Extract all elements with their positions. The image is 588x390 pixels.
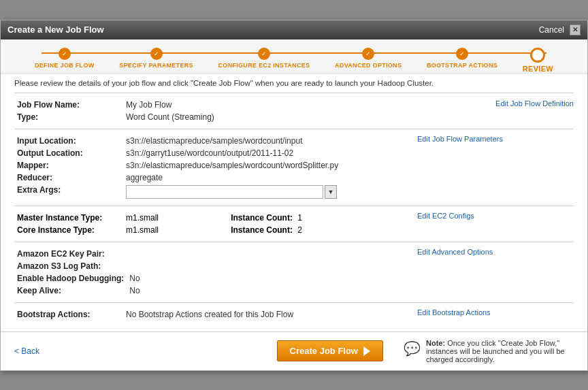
step4-icon: ✓ — [362, 48, 374, 60]
title-bar: Create a New Job Flow Cancel ✕ — [1, 20, 587, 39]
create-job-flow-dialog: Create a New Job Flow Cancel ✕ ✓ Define … — [0, 20, 588, 371]
bootstrap-actions-row: Bootstrap Actions: No Bootstrap Actions … — [14, 308, 417, 321]
step6-icon — [530, 48, 545, 63]
step1-label: Define Job Flow — [35, 62, 95, 69]
note-bold: Note: — [426, 339, 445, 347]
ec2-row: Master Instance Type: m1.small Instance … — [14, 212, 574, 236]
core-count-value: 2 — [297, 225, 302, 235]
step6-label: Review — [523, 65, 553, 73]
extra-args-label: Extra Args: — [14, 184, 123, 200]
edit-advanced-options-link[interactable]: Edit Advanced Options — [417, 248, 493, 256]
extra-args-row: Extra Args: ▼ — [14, 184, 417, 200]
master-type-value: m1.small — [123, 212, 203, 224]
output-location-label: Output Location: — [14, 147, 123, 159]
edit-job-flow-definition-link[interactable]: Edit Job Flow Definition — [495, 99, 574, 108]
debugging-label: Enable Hadoop Debugging: — [14, 272, 127, 285]
edit-bootstrap-actions-link[interactable]: Edit Bootstrap Actions — [417, 308, 491, 316]
step-specify-parameters[interactable]: ✓ Specify Parameters — [119, 48, 193, 69]
step3-icon: ✓ — [258, 48, 270, 60]
step-review[interactable]: Review — [523, 48, 553, 73]
extra-args-input-wrapper: ▼ — [126, 185, 414, 199]
content-area: Please review the details of your job fl… — [1, 74, 587, 331]
step-advanced-options[interactable]: ✓ Advanced Options — [335, 48, 402, 69]
step-configure-ec2[interactable]: ✓ Configure EC2 Instances — [218, 48, 310, 69]
job-flow-table: Job Flow Name: My Job Flow Type: Word Co… — [14, 99, 417, 123]
parameters-section: Input Location: s3n://elasticmapreduce/s… — [14, 129, 574, 206]
extra-args-input[interactable] — [126, 185, 323, 199]
reducer-label: Reducer: — [14, 172, 123, 184]
job-flow-name-row: Job Flow Name: My Job Flow — [14, 99, 417, 111]
footer: < Back Create Job Flow 💬 Note: Once you … — [1, 331, 587, 370]
master-type-label: Master Instance Type: — [14, 212, 123, 224]
create-btn-arrow-icon — [363, 346, 370, 356]
core-type-value: m1.small — [123, 224, 203, 236]
create-job-flow-label: Create Job Flow — [290, 346, 358, 356]
advanced-edit: Edit Advanced Options — [417, 248, 574, 256]
keepalive-value: No — [127, 285, 417, 297]
step-bootstrap-actions[interactable]: ✓ Bootstrap Actions — [427, 48, 497, 69]
mapper-label: Mapper: — [14, 159, 123, 172]
parameters-edit: Edit Job Flow Parameters — [417, 135, 574, 143]
job-flow-section: Job Flow Name: My Job Flow Type: Word Co… — [14, 93, 574, 129]
step5-icon: ✓ — [456, 48, 468, 60]
footer-right: Create Job Flow 💬 Note: Once you click "… — [277, 339, 574, 363]
step4-label: Advanced Options — [335, 62, 402, 69]
step2-label: Specify Parameters — [119, 62, 193, 69]
note-box: 💬 Note: Once you click "Create Job Flow,… — [404, 339, 574, 363]
input-location-row: Input Location: s3n://elasticmapreduce/s… — [14, 135, 417, 147]
s3log-row: Amazon S3 Log Path: — [14, 260, 417, 272]
input-location-label: Input Location: — [14, 135, 123, 147]
edit-job-flow-parameters-link[interactable]: Edit Job Flow Parameters — [417, 135, 503, 143]
cancel-text[interactable]: Cancel — [539, 25, 564, 35]
ec2-edit: Edit EC2 Configs — [417, 212, 574, 220]
back-button[interactable]: < Back — [14, 346, 39, 356]
step3-label: Configure EC2 Instances — [218, 62, 310, 69]
job-flow-type-label: Type: — [14, 111, 123, 123]
advanced-row: Amazon EC2 Key Pair: Amazon S3 Log Path:… — [14, 248, 574, 297]
core-instance-row: Core Instance Type: m1.small Instance Co… — [14, 224, 417, 236]
extra-args-scroll-btn[interactable]: ▼ — [325, 185, 337, 199]
create-job-flow-button[interactable]: Create Job Flow — [277, 340, 383, 361]
extra-args-cell: ▼ — [123, 184, 417, 200]
bootstrap-row: Bootstrap Actions: No Bootstrap Actions … — [14, 308, 574, 321]
edit-ec2-configs-link[interactable]: Edit EC2 Configs — [417, 212, 474, 220]
parameters-details: Input Location: s3n://elasticmapreduce/s… — [14, 135, 417, 200]
advanced-table: Amazon EC2 Key Pair: Amazon S3 Log Path:… — [14, 248, 417, 297]
keypair-label: Amazon EC2 Key Pair: — [14, 248, 127, 260]
bootstrap-label: Bootstrap Actions: — [14, 308, 123, 321]
note-content: Once you click "Create Job Flow," instan… — [426, 339, 565, 363]
output-location-row: Output Location: s3n://garryt1use/wordco… — [14, 147, 417, 159]
master-count-label: Instance Count: 1 — [203, 212, 417, 224]
advanced-section: Amazon EC2 Key Pair: Amazon S3 Log Path:… — [14, 242, 574, 302]
step1-icon: ✓ — [59, 48, 71, 60]
close-button[interactable]: ✕ — [570, 25, 581, 35]
dialog-title: Create a New Job Flow — [7, 25, 104, 35]
output-location-value: s3n://garryt1use/wordcount/output/2011-1… — [123, 147, 417, 159]
bootstrap-value: No Bootstrap Actions created for this Jo… — [123, 308, 417, 321]
input-location-value: s3n://elasticmapreduce/samples/wordcount… — [123, 135, 417, 147]
debugging-row: Enable Hadoop Debugging: No — [14, 272, 417, 285]
ec2-section: Master Instance Type: m1.small Instance … — [14, 206, 574, 242]
reducer-row: Reducer: aggregate — [14, 172, 417, 184]
bootstrap-section: Bootstrap Actions: No Bootstrap Actions … — [14, 302, 574, 326]
ec2-table: Master Instance Type: m1.small Instance … — [14, 212, 417, 236]
master-instance-row: Master Instance Type: m1.small Instance … — [14, 212, 417, 224]
parameters-row: Input Location: s3n://elasticmapreduce/s… — [14, 135, 574, 200]
note-icon: 💬 — [404, 340, 421, 357]
step5-label: Bootstrap Actions — [427, 62, 497, 69]
step-define-job-flow[interactable]: ✓ Define Job Flow — [35, 48, 95, 69]
wizard-steps: ✓ Define Job Flow ✓ Specify Parameters ✓… — [1, 39, 587, 74]
master-count-value: 1 — [297, 213, 302, 223]
bootstrap-edit: Edit Bootstrap Actions — [417, 308, 574, 316]
job-flow-type-row: Type: Word Count (Streaming) — [14, 111, 417, 123]
bootstrap-table: Bootstrap Actions: No Bootstrap Actions … — [14, 308, 417, 321]
title-bar-right: Cancel ✕ — [539, 25, 581, 35]
job-flow-name-value: My Job Flow — [123, 99, 417, 111]
mapper-value: s3n://elasticmapreduce/samples/wordcount… — [123, 159, 417, 172]
step2-icon: ✓ — [150, 48, 163, 60]
keypair-row: Amazon EC2 Key Pair: — [14, 248, 417, 260]
keypair-value — [127, 248, 417, 260]
core-type-label: Core Instance Type: — [14, 224, 123, 236]
reducer-value: aggregate — [123, 172, 417, 184]
s3log-label: Amazon S3 Log Path: — [14, 260, 127, 272]
